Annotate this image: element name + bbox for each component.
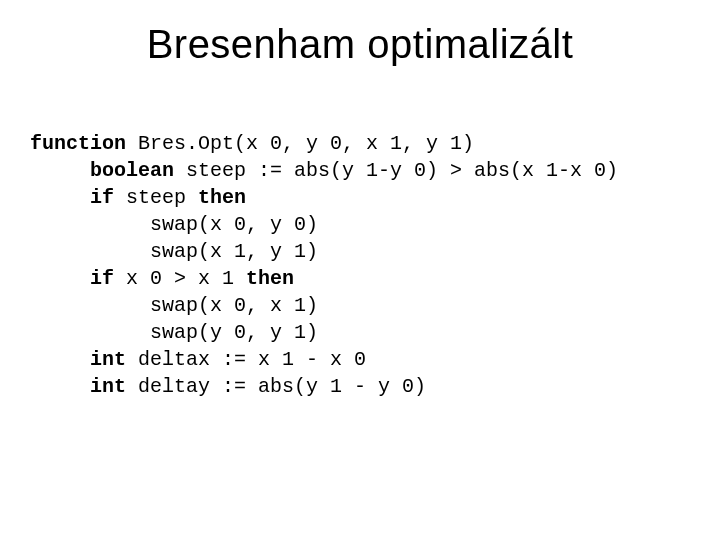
kw-if-2: if [90, 267, 114, 290]
code-swap-4: swap(y 0, y 1) [150, 321, 318, 344]
kw-int-1: int [90, 348, 126, 371]
kw-function: function [30, 132, 126, 155]
code-deltay: deltay := abs(y 1 - y 0) [126, 375, 426, 398]
code-swap-1: swap(x 0, y 0) [150, 213, 318, 236]
if2-mid: x 0 > x 1 [114, 267, 246, 290]
code-block: function Bres.Opt(x 0, y 0, x 1, y 1) bo… [30, 130, 618, 400]
code-sig: Bres.Opt(x 0, y 0, x 1, y 1) [126, 132, 474, 155]
slide: Bresenham optimalizált function Bres.Opt… [0, 0, 720, 540]
code-swap-3: swap(x 0, x 1) [150, 294, 318, 317]
kw-then-1: then [198, 186, 246, 209]
slide-title: Bresenham optimalizált [0, 22, 720, 67]
kw-then-2: then [246, 267, 294, 290]
code-swap-2: swap(x 1, y 1) [150, 240, 318, 263]
if1-mid: steep [114, 186, 198, 209]
kw-int-2: int [90, 375, 126, 398]
code-deltax: deltax := x 1 - x 0 [126, 348, 366, 371]
kw-if-1: if [90, 186, 114, 209]
kw-boolean: boolean [90, 159, 174, 182]
code-steep: steep := abs(y 1-y 0) > abs(x 1-x 0) [174, 159, 618, 182]
